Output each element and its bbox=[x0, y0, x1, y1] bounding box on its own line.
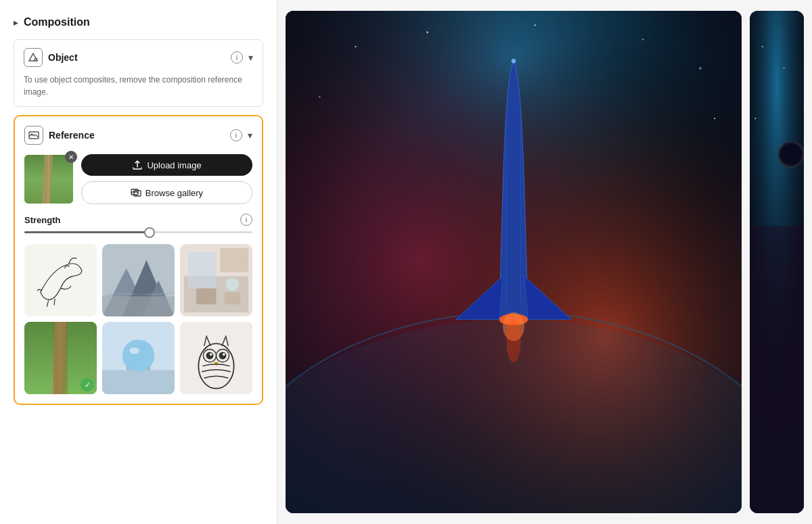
gallery-item-sphere[interactable] bbox=[102, 322, 175, 394]
gallery-icon bbox=[131, 187, 141, 198]
svg-point-53 bbox=[506, 319, 520, 362]
svg-point-41 bbox=[535, 24, 536, 26]
reference-info-icon[interactable]: i bbox=[230, 129, 242, 141]
reference-thumbnail bbox=[24, 155, 73, 204]
svg-rect-17 bbox=[196, 288, 217, 304]
svg-rect-18 bbox=[224, 292, 240, 304]
object-info-icon[interactable]: i bbox=[231, 51, 243, 64]
svg-rect-56 bbox=[750, 226, 804, 513]
side-image-background bbox=[750, 11, 804, 513]
svg-point-34 bbox=[223, 353, 225, 356]
reference-chevron-icon[interactable]: ▾ bbox=[248, 130, 252, 141]
svg-point-33 bbox=[210, 353, 212, 356]
svg-point-45 bbox=[714, 118, 715, 119]
mountain-svg bbox=[102, 244, 175, 316]
reference-label: Reference bbox=[49, 130, 95, 141]
svg-point-50 bbox=[512, 59, 516, 63]
svg-point-59 bbox=[762, 46, 763, 47]
object-section-row: Object i ▾ bbox=[24, 48, 253, 67]
main-image-background bbox=[286, 11, 742, 513]
gallery-grid: ✓ bbox=[24, 244, 252, 394]
reference-header: Reference i ▾ bbox=[24, 126, 252, 145]
svg-rect-23 bbox=[102, 370, 175, 394]
object-icon bbox=[24, 48, 43, 67]
svg-rect-7 bbox=[24, 244, 97, 316]
strength-row: Strength i bbox=[24, 214, 252, 226]
upload-buttons-group: Upload image Browse gallery bbox=[81, 154, 252, 204]
svg-point-31 bbox=[206, 352, 213, 359]
strength-slider-track bbox=[24, 231, 252, 233]
upload-icon bbox=[132, 160, 143, 170]
svg-point-0 bbox=[35, 58, 37, 61]
svg-rect-15 bbox=[188, 252, 217, 289]
svg-rect-16 bbox=[220, 248, 248, 272]
svg-point-42 bbox=[642, 39, 644, 40]
composition-collapse-icon[interactable]: ▸ bbox=[14, 17, 18, 28]
reference-thumbnail-wrapper: ✕ bbox=[24, 155, 73, 204]
reference-icon bbox=[24, 126, 43, 145]
svg-point-2 bbox=[31, 134, 33, 136]
side-image-svg bbox=[750, 11, 804, 513]
bird-sketch-svg bbox=[24, 244, 97, 316]
main-image-svg bbox=[286, 11, 742, 513]
object-description: To use object composites, remove the com… bbox=[24, 74, 253, 98]
svg-point-61 bbox=[754, 118, 756, 119]
svg-rect-12 bbox=[102, 296, 175, 316]
right-panel bbox=[277, 0, 812, 524]
reference-label-group: Reference bbox=[24, 126, 95, 145]
reference-controls: i ▾ bbox=[230, 129, 252, 141]
object-section: Object i ▾ To use object composites, rem… bbox=[14, 39, 263, 107]
object-chevron-icon[interactable]: ▾ bbox=[248, 52, 253, 63]
thumbnail-close-button[interactable]: ✕ bbox=[65, 151, 77, 163]
gallery-item-room[interactable] bbox=[180, 244, 252, 316]
svg-point-60 bbox=[784, 68, 785, 69]
svg-point-44 bbox=[319, 96, 320, 97]
strength-label: Strength bbox=[24, 215, 60, 225]
field-selected-check: ✓ bbox=[81, 378, 94, 391]
svg-point-43 bbox=[699, 67, 701, 69]
strength-slider-fill bbox=[24, 231, 150, 233]
gallery-item-owl[interactable] bbox=[180, 322, 252, 394]
image-upload-row: ✕ Upload image Brows bbox=[24, 154, 252, 204]
sphere-svg bbox=[102, 322, 175, 394]
left-panel: ▸ Composition Object i ▾ To use ob bbox=[0, 0, 277, 524]
svg-point-58 bbox=[780, 143, 802, 165]
owl-svg bbox=[180, 322, 252, 394]
object-label: Object bbox=[48, 52, 78, 63]
strength-info-icon[interactable]: i bbox=[240, 214, 252, 226]
svg-rect-6 bbox=[134, 191, 141, 196]
svg-point-40 bbox=[426, 31, 428, 33]
object-label-group: Object bbox=[24, 48, 78, 67]
room-svg bbox=[180, 244, 252, 316]
strength-slider-wrapper bbox=[24, 231, 252, 233]
reference-section: Reference i ▾ bbox=[14, 115, 263, 405]
gallery-item-mountain[interactable] bbox=[102, 244, 175, 316]
side-image bbox=[750, 11, 804, 513]
gallery-item-field-selected[interactable]: ✓ bbox=[24, 322, 97, 394]
upload-image-button[interactable]: Upload image bbox=[81, 154, 252, 176]
browse-gallery-button[interactable]: Browse gallery bbox=[81, 181, 252, 204]
main-image bbox=[286, 11, 742, 513]
svg-point-26 bbox=[129, 348, 139, 354]
svg-point-25 bbox=[122, 339, 155, 372]
svg-point-19 bbox=[226, 278, 239, 291]
svg-point-32 bbox=[219, 352, 226, 359]
gallery-item-bird[interactable] bbox=[24, 244, 97, 316]
strength-slider-thumb[interactable] bbox=[144, 227, 155, 238]
object-controls: i ▾ bbox=[231, 51, 253, 64]
composition-header: ▸ Composition bbox=[14, 16, 263, 28]
svg-point-39 bbox=[355, 46, 356, 47]
composition-title: Composition bbox=[24, 16, 90, 28]
